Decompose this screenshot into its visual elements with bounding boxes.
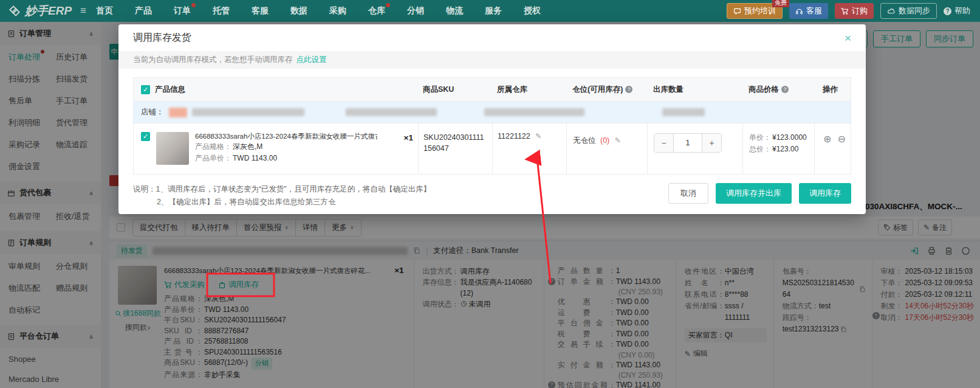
notification-dot (191, 3, 196, 7)
note-line-1: 说明：1、调用库存后，订单状态变为“已发货”，且可用库存充足的，将自动【确定出库… (133, 183, 431, 196)
slot-available-count: (0) (600, 136, 609, 145)
support-button[interactable]: 客服 (789, 3, 828, 19)
modal-product-row: 666883333sarah小店123-2024春季新款淑女收腰一片式復古碎花洋… (134, 123, 851, 174)
nav-item-data[interactable]: 数据 (290, 5, 307, 16)
nav-label: 分销 (407, 5, 424, 15)
call-stock-button[interactable]: 调用库存 (799, 183, 851, 204)
help-button[interactable]: ? 帮助 (944, 5, 970, 16)
price-label: 单价 (749, 132, 771, 144)
miaoshou-logo-icon (9, 5, 21, 17)
column-header-sku: 商品SKU (418, 85, 492, 95)
nav-label: 仓库 (368, 5, 385, 15)
close-icon[interactable]: × (845, 32, 851, 44)
column-header-product: 产品信息 (155, 85, 185, 95)
nav-label: 客服 (252, 5, 269, 15)
nav-item-hosting[interactable]: 托管 (213, 5, 230, 16)
row-checkbox-checked[interactable] (141, 132, 150, 141)
training-button[interactable]: 预约培训 免费 (727, 3, 783, 19)
question-icon: ? (944, 7, 951, 15)
redacted-store-info (662, 108, 705, 116)
nav-actions: 预约培训 免费 客服 订购 数据同步 ? 帮助 (727, 3, 980, 19)
question-icon[interactable]: ? (625, 86, 632, 93)
header-checkbox-checked[interactable] (141, 85, 150, 94)
cloud-icon (887, 7, 896, 15)
field-value: TWD 1143.00 (233, 153, 277, 164)
nav-label: 采购 (329, 5, 346, 15)
top-navbar: 妙手ERP ≡ 首页 产品 订单 托管 客服 数据 采购 仓库 分销 物流 服务… (0, 0, 980, 22)
nav-item-home[interactable]: 首页 (96, 5, 113, 16)
column-header-warehouse: 所属仓库 (492, 85, 566, 95)
brand-name: 妙手ERP (25, 3, 72, 19)
nav-item-service[interactable]: 客服 (252, 5, 269, 16)
nav-item-authorization[interactable]: 授权 (524, 5, 541, 16)
nav-item-distribution[interactable]: 分销 (407, 5, 424, 16)
support-label: 客服 (806, 5, 822, 16)
product-title: 666883333sarah小店123-2024春季新款淑女收腰一片式復古碎花洋… (195, 132, 377, 141)
note-line-2: 2、【确定出库】后，将自动提交出库信息给第三方仓 (133, 196, 431, 209)
brand-logo[interactable]: 妙手ERP (0, 3, 77, 19)
nav-label: 订单 (174, 5, 191, 15)
store-row: 店铺 (134, 101, 851, 123)
column-header-action: 操作 (814, 85, 851, 95)
nav-item-products[interactable]: 产品 (135, 5, 152, 16)
modal-notice-bar: 当前为自动调用库存模式，若您想手动调用库存 点此设置 (118, 51, 866, 69)
notice-text: 当前为自动调用库存模式，若您想手动调用库存 (133, 55, 293, 65)
remove-row-icon[interactable]: ⊖ (837, 133, 845, 145)
sku-cell: SKU20240301111156047 (418, 123, 492, 174)
nav-item-purchasing[interactable]: 采购 (329, 5, 346, 16)
nav-label: 授权 (524, 5, 541, 15)
product-image (156, 132, 189, 165)
minus-button[interactable]: − (654, 134, 673, 152)
field-label: 产品规格 (195, 141, 231, 153)
field-value: 深灰色,M (233, 141, 262, 153)
nav-label: 物流 (446, 5, 463, 15)
free-badge: 免费 (772, 0, 789, 7)
settings-link[interactable]: 点此设置 (296, 55, 327, 65)
chat-icon (733, 7, 741, 15)
warehouse-cell: 11221122 ✎ (492, 123, 566, 174)
column-header-slot: 仓位(可用库存) (572, 85, 623, 95)
help-label: 帮助 (954, 5, 970, 16)
add-row-icon[interactable]: ⊕ (823, 133, 831, 145)
call-stock-and-outbound-button[interactable]: 调用库存并出库 (716, 183, 792, 204)
question-icon[interactable]: ? (781, 86, 789, 93)
redacted-store-info (484, 108, 584, 116)
headset-icon (795, 7, 803, 15)
nav-item-orders[interactable]: 订单 (174, 5, 191, 16)
modal-title: 调用库存发货 (133, 32, 191, 44)
modal-notes: 说明：1、调用库存后，订单状态变为“已发货”，且可用库存充足的，将自动【确定出库… (133, 183, 431, 209)
column-header-qty: 出库数量 (647, 85, 742, 95)
slot-value: 无仓位 (573, 136, 596, 145)
data-sync-button[interactable]: 数据同步 (880, 3, 937, 19)
quantity-value[interactable]: 1 (673, 134, 702, 152)
nav-item-logistics[interactable]: 物流 (446, 5, 463, 16)
subscribe-button[interactable]: 订购 (835, 3, 874, 19)
action-cell: ⊕ ⊖ (814, 123, 851, 174)
nav-item-services[interactable]: 服务 (485, 5, 502, 16)
call-inventory-modal: 调用库存发货 × 当前为自动调用库存模式，若您想手动调用库存 点此设置 产品信息… (118, 24, 866, 214)
price-label: 总价 (749, 144, 771, 155)
nav-label: 服务 (485, 5, 502, 15)
main-nav: 首页 产品 订单 托管 客服 数据 采购 仓库 分销 物流 服务 授权 (96, 5, 541, 16)
redacted-store-avatar (169, 108, 187, 117)
modal-footer: 说明：1、调用库存后，订单状态变为“已发货”，且可用库存充足的，将自动【确定出库… (133, 183, 851, 209)
warehouse-value: 11221122 (498, 132, 530, 140)
edit-slot-icon[interactable]: ✎ (615, 136, 621, 145)
cancel-button[interactable]: 取消 (668, 183, 708, 204)
plus-button[interactable]: + (702, 134, 721, 152)
hamburger-menu-icon[interactable]: ≡ (80, 5, 86, 17)
subscribe-label: 订购 (852, 5, 868, 16)
edit-warehouse-icon[interactable]: ✎ (535, 132, 541, 140)
nav-item-warehouse[interactable]: 仓库 (368, 5, 385, 16)
redacted-store-info (346, 108, 437, 116)
modal-buttons: 取消 调用库存并出库 调用库存 (668, 183, 851, 204)
nav-label: 数据 (290, 5, 307, 15)
nav-label: 托管 (213, 5, 230, 15)
quantity-stepper: − 1 + (654, 133, 722, 153)
slot-cell: 无仓位 (0) ✎ (566, 123, 647, 174)
cart-icon (841, 7, 849, 15)
product-quantity: ×1 (404, 132, 418, 142)
table-header-row: 产品信息 商品SKU 所属仓库 仓位(可用库存)? 出库数量 商品价格? 操作 (134, 78, 851, 101)
price-value: ¥123.00 (772, 144, 798, 155)
price-value: ¥123.0000 (772, 132, 807, 144)
